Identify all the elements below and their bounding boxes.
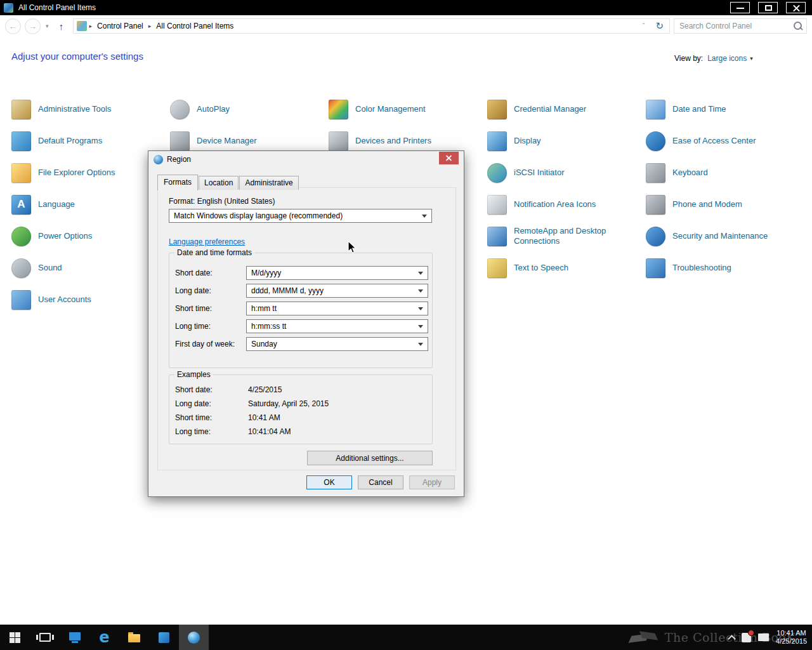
cp-item-language[interactable]: ALanguage (11, 190, 164, 218)
control-panel-window-icon (4, 3, 13, 13)
tab-administrative[interactable]: Administrative (239, 176, 298, 190)
control-panel-icon (77, 21, 87, 31)
start-button-icon (10, 632, 20, 643)
cp-item-credential-manager[interactable]: Credential Manager (487, 95, 639, 123)
taskbar-app-blue-tile[interactable] (149, 625, 179, 650)
cp-item-notification-area-icons[interactable]: Notification Area Icons (487, 190, 639, 218)
task-view-button[interactable] (30, 625, 60, 650)
cp-item-label: User Accounts (38, 295, 91, 305)
tab-formats[interactable]: Formats (157, 175, 198, 190)
cp-item-label: Display (514, 136, 541, 146)
language-preferences-link[interactable]: Language preferences (169, 237, 245, 246)
text-to-speech-icon (487, 258, 507, 278)
dialog-titlebar[interactable]: Region (148, 151, 464, 168)
maximize-button[interactable] (758, 2, 778, 13)
field-label: First day of week: (175, 340, 246, 348)
cp-item-label: Administrative Tools (38, 104, 111, 114)
search-input[interactable] (679, 22, 791, 30)
taskbar-apps: e (0, 625, 209, 650)
collection-book-logo (629, 629, 658, 646)
cp-item-label: Credential Manager (514, 104, 586, 114)
taskbar-app-monitor[interactable] (60, 625, 89, 650)
format-field-first-day-of-week: First day of week:Sunday (175, 337, 428, 351)
minimize-button[interactable] (730, 2, 750, 13)
taskbar-clock[interactable]: 10:41 AM 4/25/2015 (776, 629, 807, 646)
notification-badge-icon[interactable] (742, 633, 751, 642)
short-time-select[interactable]: h:mm tt (246, 302, 428, 315)
taskbar-app-file-explorer[interactable] (119, 625, 149, 650)
close-button[interactable] (786, 2, 806, 13)
up-button[interactable]: ↑ (54, 19, 69, 33)
dialog-tabs: FormatsLocationAdministrative (157, 175, 299, 190)
cp-item-display[interactable]: Display (487, 127, 639, 155)
back-button[interactable]: ← (5, 18, 21, 34)
power-options-icon (11, 227, 31, 246)
address-dropdown-icon[interactable]: ˇ (639, 23, 648, 30)
cp-item-ease-of-access-center[interactable]: Ease of Access Center (646, 127, 798, 155)
start-button[interactable] (0, 625, 30, 650)
cp-item-security-and-maintenance[interactable]: Security and Maintenance (646, 222, 798, 250)
datetime-group-label: Date and time formats (174, 248, 254, 257)
short-date-select[interactable]: M/d/yyyy (246, 266, 428, 280)
search-box[interactable] (674, 18, 807, 34)
phone-and-modem-icon (646, 195, 665, 215)
cp-item-file-explorer-options[interactable]: File Explorer Options (11, 159, 164, 187)
hidden-icons-chevron-icon[interactable] (728, 635, 736, 643)
minimize-icon (737, 8, 744, 9)
taskbar-app-file-explorer-icon (128, 634, 140, 642)
cp-item-user-accounts[interactable]: User Accounts (11, 286, 164, 314)
breadcrumb-item-all-control-panel-items[interactable]: All Control Panel Items (152, 20, 237, 32)
cp-item-label: Text to Speech (514, 263, 568, 273)
cp-item-date-and-time[interactable]: Date and Time (646, 95, 798, 123)
view-by-dropdown[interactable]: Large icons ▾ (707, 54, 753, 63)
cp-item-remoteapp-and-desktop-connections[interactable]: RemoteApp and Desktop Connections (487, 222, 639, 250)
cancel-button[interactable]: Cancel (358, 475, 403, 489)
recent-locations-chevron-icon[interactable]: ▾ (46, 23, 49, 29)
cp-item-color-management[interactable]: Color Management (329, 95, 481, 123)
long-time-select[interactable]: h:mm:ss tt (246, 319, 428, 333)
region-dialog: Region FormatsLocationAdministrative For… (148, 150, 464, 497)
format-select[interactable]: Match Windows display language (recommen… (169, 209, 432, 223)
cp-item-label: Keyboard (672, 168, 708, 178)
cp-item-label: Phone and Modem (672, 199, 742, 209)
taskbar-app-region[interactable] (179, 625, 209, 650)
taskbar-app-region-icon (188, 632, 200, 644)
cp-item-troubleshooting[interactable]: Troubleshooting (646, 254, 798, 282)
cp-item-sound[interactable]: Sound (11, 254, 164, 282)
dialog-close-button[interactable] (439, 152, 459, 164)
cp-item-text-to-speech[interactable]: Text to Speech (487, 254, 639, 282)
formats-tab-panel: Format: English (United States) Match Wi… (157, 187, 456, 470)
tab-location[interactable]: Location (199, 176, 239, 190)
cp-item-phone-and-modem[interactable]: Phone and Modem (646, 190, 798, 218)
apply-button[interactable]: Apply (409, 475, 455, 489)
taskbar-app-monitor-icon (69, 632, 81, 640)
examples-group-label: Examples (174, 370, 213, 379)
notification-area-icons-icon (487, 195, 507, 215)
long-date-select[interactable]: dddd, MMMM d, yyyy (246, 284, 428, 298)
taskbar-app-edge[interactable]: e (89, 625, 119, 650)
cp-item-power-options[interactable]: Power Options (11, 222, 164, 250)
cp-item-label: Notification Area Icons (514, 199, 596, 209)
refresh-icon[interactable]: ↻ (651, 20, 668, 32)
touch-keyboard-icon[interactable] (758, 633, 769, 641)
navigation-bar: ← → ▾ ↑ ▸Control Panel▸All Control Panel… (0, 15, 812, 37)
forward-button[interactable]: → (25, 18, 41, 34)
display-icon (487, 131, 507, 151)
breadcrumb-item-control-panel[interactable]: Control Panel (93, 20, 147, 32)
cp-item-label: Color Management (355, 104, 426, 114)
cp-item-autoplay[interactable]: AutoPlay (170, 95, 322, 123)
search-icon (791, 20, 805, 32)
clock-time: 10:41 AM (776, 629, 807, 637)
cp-item-administrative-tools[interactable]: Administrative Tools (11, 95, 164, 123)
window-controls (730, 0, 812, 15)
first-day-of-week-select[interactable]: Sunday (246, 337, 428, 351)
cp-item-default-programs[interactable]: Default Programs (11, 127, 164, 155)
cp-item-iscsi-initiator[interactable]: iSCSI Initiator (487, 159, 639, 187)
address-bar[interactable]: ▸Control Panel▸All Control Panel Items ˇ… (73, 18, 670, 34)
format-field-long-date: Long date:dddd, MMMM d, yyyy (175, 284, 428, 298)
ok-button[interactable]: OK (306, 475, 352, 489)
additional-settings-button[interactable]: Additional settings... (307, 451, 433, 465)
examples-group: Examples Short date:4/25/2015Long date:S… (169, 375, 433, 444)
cp-item-keyboard[interactable]: Keyboard (646, 159, 798, 187)
example-label: Long time: (175, 427, 248, 436)
